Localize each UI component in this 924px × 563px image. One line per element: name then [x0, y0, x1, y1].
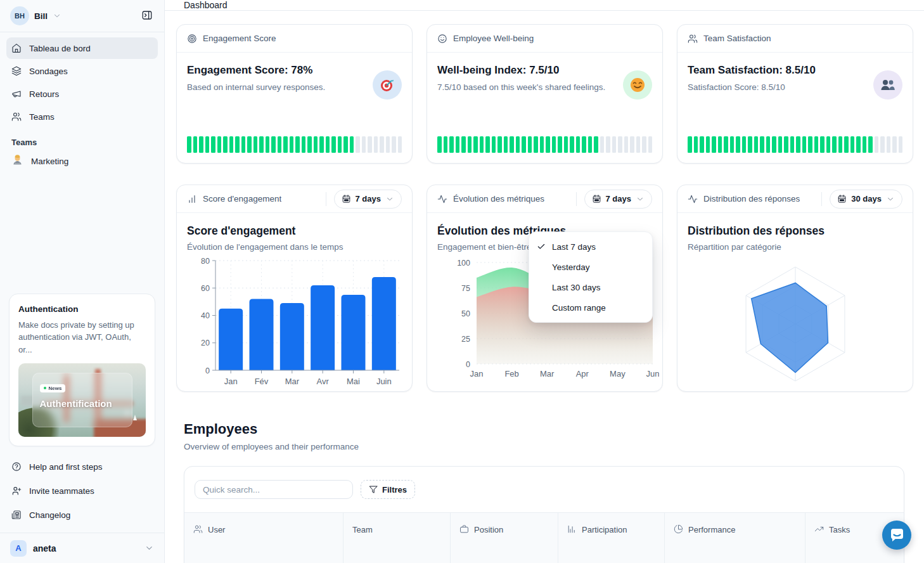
chart-body: Distribution des réponses Répartition pa…: [677, 213, 913, 403]
column-header-participation[interactable]: Participation: [558, 513, 665, 563]
column-header-position[interactable]: Position: [451, 513, 558, 563]
metric-subtitle: 7.5/10 based on this week's shared feeli…: [437, 82, 623, 92]
promo-image-overlay: News Authentification: [18, 363, 146, 437]
column-header-performance[interactable]: Performance: [665, 513, 805, 563]
smile-icon: [437, 34, 447, 44]
promo-caption: Authentification: [40, 398, 125, 409]
chart-title: Distribution des réponses: [688, 224, 902, 238]
chat-launcher-button[interactable]: [882, 521, 911, 550]
table-header-row: UserTeamPositionParticipationPerformance…: [184, 512, 904, 563]
briefcase-icon: [459, 524, 469, 534]
svg-text:0: 0: [205, 366, 210, 375]
filters-button[interactable]: Filtres: [361, 480, 415, 499]
sidebar-item-changelog[interactable]: Changelog: [6, 503, 158, 526]
progress-segment: [820, 136, 825, 153]
dropdown-item-last-7-days[interactable]: Last 7 days: [529, 236, 652, 257]
sidebar-item-sondages[interactable]: Sondages: [6, 60, 158, 82]
chart-canvas: 020406080JanFévMarAvrMaiJuin: [187, 253, 402, 400]
bar-chart: 020406080JanFévMarAvrMaiJuin: [187, 253, 402, 398]
progress-segment: [624, 136, 629, 153]
newspaper-icon: [11, 510, 22, 520]
progress-segment: [290, 136, 294, 153]
promo-title: Authentication: [18, 304, 146, 314]
progress-segment: [772, 136, 776, 153]
sidebar-item-retours[interactable]: Retours: [6, 83, 158, 105]
svg-text:100: 100: [457, 259, 470, 268]
progress-segment: [796, 136, 800, 153]
progress-segment: [808, 136, 812, 153]
quick-search-input[interactable]: [195, 480, 353, 499]
progress-segment: [247, 136, 252, 153]
progress-segment: [398, 136, 402, 153]
progress-segment: [826, 136, 831, 153]
promo-image: News Authentification: [18, 363, 146, 437]
date-range-dropdown: Last 7 daysYesterdayLast 30 daysCustom r…: [529, 231, 653, 323]
svg-text:50: 50: [461, 309, 470, 318]
progress-segment: [899, 136, 903, 153]
progress-segment: [748, 136, 752, 153]
dart-target-emoji: [373, 70, 402, 100]
svg-text:20: 20: [201, 339, 210, 347]
progress-segment: [875, 136, 879, 153]
dropdown-item-custom-range[interactable]: Custom range: [529, 297, 652, 318]
date-range-button[interactable]: 30 days: [830, 190, 902, 209]
sidebar-item-tableau-de-bord[interactable]: Tableau de bord: [6, 37, 158, 59]
progress-segment: [380, 136, 384, 153]
metric-subtitle: Based on internal survey responses.: [187, 82, 373, 92]
progress-segment: [480, 136, 484, 153]
dropdown-item-last-30-days[interactable]: Last 30 days: [529, 277, 652, 297]
progress-segment: [832, 136, 837, 153]
promo-glass-card: News Authentification: [32, 373, 132, 427]
sidebar-item-label: Invite teammates: [29, 486, 94, 496]
progress-segment: [564, 136, 568, 153]
progress-segment: [724, 136, 728, 153]
progress-segment: [790, 136, 795, 153]
calendar-icon: [837, 194, 847, 204]
collapse-sidebar-button[interactable]: [139, 7, 155, 25]
header-separator: [821, 192, 822, 206]
metric-card-team-satisfaction: Team Satisfaction Team Satisfaction: 8.5…: [677, 24, 913, 164]
chart-subtitle: Évolution de l'engagement dans le temps: [187, 242, 402, 252]
progress-segment: [497, 136, 502, 153]
date-range-button[interactable]: 7 days: [584, 190, 652, 209]
column-header-user[interactable]: User: [184, 513, 343, 563]
users-icon: [688, 34, 698, 44]
progress-segment: [880, 136, 885, 153]
sidebar-team-marketing[interactable]: Marketing: [6, 150, 158, 172]
card-header-title: Distribution des réponses: [703, 194, 800, 204]
account-menu[interactable]: A aneta: [0, 533, 164, 563]
header-separator: [326, 192, 326, 206]
progress-segment: [473, 136, 478, 153]
user-plus-icon: [11, 486, 22, 496]
dropdown-item-yesterday[interactable]: Yesterday: [529, 257, 652, 277]
svg-text:Feb: Feb: [504, 369, 518, 379]
dropdown-item-label: Last 30 days: [552, 283, 601, 292]
workspace-switcher[interactable]: BH Bill: [10, 6, 61, 25]
progress-segment: [437, 136, 442, 153]
progress-segment: [636, 136, 641, 153]
svg-text:Fév: Fév: [255, 377, 269, 386]
svg-text:60: 60: [201, 284, 210, 293]
workspace-name: Bill: [34, 11, 48, 21]
employees-title: Employees: [184, 421, 913, 437]
progress-segment: [211, 136, 215, 153]
progress-segment: [712, 136, 716, 153]
progress-segment: [618, 136, 622, 153]
progress-segment: [223, 136, 228, 153]
progress-segment: [856, 136, 861, 153]
progress-segment: [754, 136, 759, 153]
column-label: Team: [352, 525, 373, 534]
column-header-team[interactable]: Team: [343, 513, 451, 563]
progress-segment: [326, 136, 330, 153]
date-range-button[interactable]: 7 days: [334, 190, 402, 209]
svg-text:Jan: Jan: [224, 377, 238, 386]
promo-card[interactable]: Authentication Make docs private by sett…: [9, 294, 155, 447]
sidebar-item-label: Teams: [29, 112, 55, 122]
sidebar-header: BH Bill: [0, 0, 164, 32]
sidebar-item-teams[interactable]: Teams: [6, 106, 158, 127]
progress-segment: [461, 136, 466, 153]
sidebar-item-invite-teammates[interactable]: Invite teammates: [6, 479, 158, 502]
sidebar-item-help-and-first-steps[interactable]: Help and first steps: [6, 455, 158, 478]
progress-segment: [356, 136, 360, 153]
sidebar-spacer: [0, 172, 164, 294]
